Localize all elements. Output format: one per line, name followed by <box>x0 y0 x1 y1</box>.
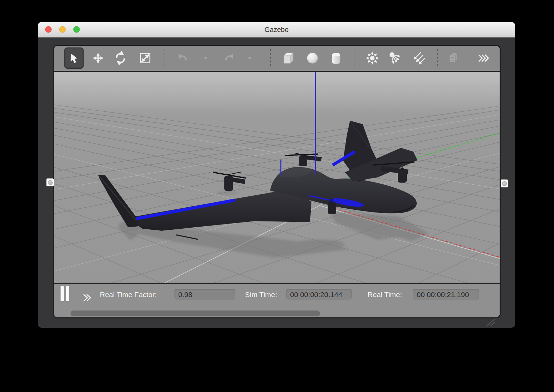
cursor-icon <box>67 51 81 65</box>
redo-history-button[interactable] <box>245 47 254 69</box>
sim-time-value: 00 00:00:20.144 <box>286 289 352 300</box>
spot-light-button[interactable] <box>385 47 405 69</box>
real-time-factor-value: 0.98 <box>174 289 235 300</box>
render-viewport-3d[interactable] <box>54 72 500 283</box>
real-time-value: 00 00:00:21.190 <box>413 289 479 300</box>
double-chevron-right-icon <box>477 53 490 63</box>
scale-icon <box>138 51 152 65</box>
sphere-icon <box>305 51 320 66</box>
directional-light-button[interactable] <box>408 47 428 69</box>
cube-icon <box>281 51 296 66</box>
toolbar-separator <box>437 49 438 67</box>
pause-button[interactable] <box>61 286 70 303</box>
real-time-label: Real Time: <box>367 291 402 299</box>
distance-fog <box>54 72 500 115</box>
window-resize-grip[interactable] <box>484 318 496 327</box>
gazebo-window: Gazebo <box>38 22 515 328</box>
cylinder-icon <box>329 51 344 66</box>
expand-steps-button[interactable] <box>82 293 93 304</box>
splitter-grip-dot <box>502 181 507 186</box>
caret-down-icon <box>203 56 208 60</box>
window-titlebar[interactable]: Gazebo <box>38 22 515 37</box>
scale-tool-button[interactable] <box>136 47 155 69</box>
undo-button[interactable] <box>173 47 192 69</box>
pause-icon <box>61 286 70 301</box>
insert-box-button[interactable] <box>279 47 298 69</box>
horizontal-scrollbar-thumb[interactable] <box>71 311 320 316</box>
move-icon <box>91 51 105 65</box>
left-splitter-handle[interactable] <box>46 178 54 186</box>
toolbar-overflow-button[interactable] <box>474 47 493 69</box>
undo-history-button[interactable] <box>201 47 210 69</box>
window-title: Gazebo <box>38 22 515 37</box>
redo-icon <box>222 51 237 65</box>
point-light-icon <box>365 51 380 66</box>
toolbar-separator <box>354 49 354 67</box>
caret-down-icon <box>247 56 252 60</box>
sim-time-label: Sim Time: <box>245 291 277 299</box>
toolbar-separator <box>163 49 163 67</box>
spot-light-icon <box>387 51 403 66</box>
desktop-background: Gazebo <box>0 0 554 392</box>
x-axis-line <box>330 207 500 257</box>
main-panel: Real Time Factor: 0.98 Sim Time: 00 00:0… <box>53 45 501 318</box>
real-time-factor-label: Real Time Factor: <box>100 291 157 299</box>
simulation-statusbar: Real Time Factor: 0.98 Sim Time: 00 00:0… <box>54 283 500 317</box>
select-tool-button[interactable] <box>64 47 84 69</box>
rotate-tool-button[interactable] <box>111 47 130 69</box>
toolbar-separator <box>270 49 271 67</box>
directional-light-icon <box>411 51 426 66</box>
translate-tool-button[interactable] <box>88 47 108 69</box>
rotate-icon <box>113 51 128 65</box>
rear-rotor <box>285 153 322 166</box>
copy-icon <box>446 51 461 65</box>
copy-button[interactable] <box>444 47 463 69</box>
scene-canvas <box>54 72 500 283</box>
splitter-grip-dot <box>48 180 53 185</box>
redo-button[interactable] <box>220 47 239 69</box>
undo-icon <box>175 51 190 65</box>
left-winglet <box>98 175 139 227</box>
point-light-button[interactable] <box>363 47 382 69</box>
toolbar <box>54 46 500 72</box>
chevrons-right-icon <box>82 293 93 303</box>
insert-sphere-button[interactable] <box>303 47 322 69</box>
right-splitter-handle[interactable] <box>501 179 508 187</box>
insert-cylinder-button[interactable] <box>327 47 346 69</box>
